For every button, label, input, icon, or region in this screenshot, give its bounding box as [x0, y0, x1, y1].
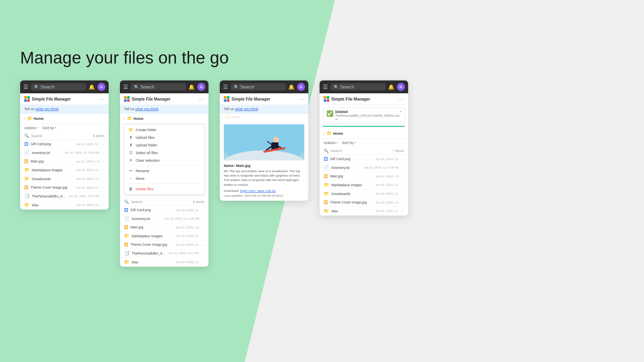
- file-item[interactable]: 📑 ThePersonalMBA_9781... Jun 22, 2024, 3…: [120, 249, 208, 258]
- file-dots[interactable]: ···: [101, 194, 105, 198]
- search-bar-2[interactable]: 🔍 Search: [131, 83, 186, 90]
- file-search-input-4[interactable]: Search: [330, 149, 390, 153]
- ctx-upload-files[interactable]: ⬆ Upload files: [124, 134, 204, 141]
- file-dots[interactable]: ···: [401, 200, 404, 205]
- file-dots[interactable]: ···: [201, 234, 204, 238]
- breadcrumb-slash-1: /: [24, 117, 25, 121]
- breadcrumb-home-4[interactable]: 📁 Home: [326, 131, 343, 136]
- dots-menu-1[interactable]: ···: [99, 96, 105, 102]
- file-item[interactable]: 🖼 Gift Card.png Jun 10, 2024, 11: ···: [20, 140, 109, 148]
- file-dots[interactable]: ···: [101, 142, 105, 146]
- feedback-link-2[interactable]: what you think: [135, 107, 159, 111]
- bell-icon-2[interactable]: 🔔: [188, 84, 195, 90]
- dots-menu-2[interactable]: ···: [198, 96, 204, 102]
- file-dots[interactable]: ···: [401, 165, 404, 170]
- app-logo-3: Simple File Manager: [224, 96, 270, 102]
- file-dots[interactable]: ···: [101, 150, 105, 155]
- file-item[interactable]: 📁 Snowboards Jun 10, 2024, 11: ···: [320, 189, 408, 198]
- file-item[interactable]: 🖼 Theme Cover Image.jpg Jun 10, 2024, 11…: [320, 198, 408, 207]
- file-icon-folder: 📁: [24, 176, 30, 181]
- file-item[interactable]: 📁 Marketplace Images Jun 10, 2024, 11: ·…: [20, 166, 109, 175]
- file-item[interactable]: 🖼 Gift Card.png Jun 10, 2024, 11: ···: [320, 155, 408, 163]
- file-search-input-1[interactable]: Search: [31, 134, 91, 138]
- feedback-link-1[interactable]: what you think: [35, 107, 59, 111]
- file-dots[interactable]: ···: [401, 157, 404, 161]
- file-dots[interactable]: ···: [101, 203, 105, 207]
- actions-arrow-4: ▾: [336, 141, 338, 144]
- file-item[interactable]: 📑 ThePersonalMBA_9781... Jun 22, 2024, 3…: [20, 192, 109, 201]
- avatar-1[interactable]: G: [97, 83, 105, 91]
- menu-icon-2[interactable]: ☰: [123, 84, 128, 90]
- file-dots[interactable]: ···: [401, 209, 404, 213]
- search-bar-4[interactable]: 🔍 Search: [330, 83, 386, 90]
- ctx-move[interactable]: → Move: [124, 175, 204, 182]
- file-dots[interactable]: ···: [401, 183, 404, 187]
- file-item[interactable]: 📁 Wax Jun 10, 2024, 11: ···: [120, 258, 208, 267]
- actions-btn-1[interactable]: Actions ▾: [24, 126, 39, 130]
- svg-point-2: [273, 137, 279, 142]
- feedback-link-3[interactable]: what you think: [235, 107, 258, 111]
- bell-icon-3[interactable]: 🔔: [288, 84, 295, 90]
- search-bar-1[interactable]: 🔍 Search: [31, 83, 86, 90]
- menu-icon-1[interactable]: ☰: [23, 84, 29, 90]
- file-dots[interactable]: ···: [101, 185, 105, 190]
- file-search-icon-4: 🔍: [324, 148, 328, 153]
- file-dots[interactable]: ···: [201, 216, 204, 221]
- file-dots[interactable]: ···: [401, 191, 404, 196]
- sort-btn-4[interactable]: Sort by ▾: [342, 141, 356, 145]
- delete-icon: 🗑: [128, 187, 133, 191]
- ctx-create-folder[interactable]: 📁 Create folder: [124, 126, 204, 134]
- avatar-4[interactable]: G: [397, 83, 405, 91]
- ctx-delete-files[interactable]: 🗑 Delete files: [124, 185, 204, 193]
- dots-menu-3[interactable]: ···: [298, 96, 304, 102]
- file-item[interactable]: 🖼 Main.jpg Jun 21, 2024, 1:3 ···: [120, 223, 208, 232]
- file-dots[interactable]: ···: [101, 159, 105, 164]
- file-item[interactable]: 📄 Inventory.txt Jun 10, 2024, 11: 0.08 K…: [20, 148, 109, 157]
- deleted-info: Deleted ThePersonalMBA_9781101446089_#55…: [335, 110, 401, 121]
- file-dots[interactable]: ···: [201, 260, 204, 264]
- file-item[interactable]: 📄 Inventory.txt Jun 10, 2024, 11: 0.08 K…: [120, 214, 208, 223]
- file-item[interactable]: 🖼 Main.jpg Jun 21, 2024, 1:3 ···: [320, 172, 408, 181]
- dots-menu-4[interactable]: ···: [398, 96, 404, 102]
- avatar-3[interactable]: G: [297, 83, 305, 91]
- file-item[interactable]: 📁 Snowboards Jun 10, 2024, 11: ···: [20, 175, 109, 183]
- search-bar-3[interactable]: 🔍 Search: [231, 83, 286, 90]
- file-search-input-2[interactable]: Search: [131, 200, 191, 204]
- file-dots[interactable]: ···: [201, 208, 204, 212]
- file-item[interactable]: 🖼 Gift Card.png Jun 10, 2024, 11: ···: [120, 206, 208, 214]
- file-icon-jpg: 🖼: [124, 242, 128, 247]
- close-notification-button[interactable]: ×: [400, 109, 402, 114]
- sort-btn-1[interactable]: Sort by ▾: [43, 126, 57, 130]
- menu-icon-3[interactable]: ☰: [223, 84, 228, 90]
- breadcrumb-home-2[interactable]: 📁 Home: [127, 116, 144, 121]
- file-item[interactable]: 📁 Wax Jun 10, 2024, 11: ···: [20, 201, 109, 210]
- breadcrumb-home-1[interactable]: 📁 Home: [27, 116, 44, 121]
- logo-sq: [224, 96, 227, 99]
- avatar-2[interactable]: G: [197, 83, 205, 91]
- file-item[interactable]: 🖼 Main.jpg Jun 21, 2024, 1:3 ···: [20, 157, 109, 166]
- file-dots[interactable]: ···: [101, 168, 105, 172]
- download-link[interactable]: Right Click: Save Link As: [240, 189, 276, 193]
- actions-btn-4[interactable]: Actions ▾: [324, 141, 338, 145]
- ctx-upload-folder[interactable]: ⬆ Upload folder: [124, 141, 204, 149]
- file-dots[interactable]: ···: [201, 243, 204, 247]
- file-item[interactable]: 📁 Marketplace Images Jun 10, 2024, 11: ·…: [120, 232, 208, 241]
- file-dots[interactable]: ···: [401, 174, 404, 179]
- page-title: Manage your files on the go: [20, 48, 229, 68]
- file-dots[interactable]: ···: [201, 251, 204, 255]
- file-item[interactable]: 📄 Inventory.txt Jun 10, 2024, 11: 0.08 K…: [320, 163, 408, 172]
- menu-icon-4[interactable]: ☰: [323, 84, 328, 90]
- ctx-rename[interactable]: ✏ Rename: [124, 167, 204, 175]
- file-item[interactable]: 📁 Wax Jun 10, 2024, 11: ···: [320, 207, 408, 216]
- file-item[interactable]: 🖼 Theme Cover Image.jpg Jun 10, 2024, 11…: [120, 241, 208, 249]
- search-icon-2: 🔍: [134, 85, 139, 89]
- ctx-select-all[interactable]: ☑ Select all files: [124, 149, 204, 156]
- upload-files-icon: ⬆: [128, 135, 133, 140]
- file-dots[interactable]: ···: [201, 225, 204, 230]
- file-dots[interactable]: ···: [101, 177, 105, 181]
- file-item[interactable]: 🖼 Theme Cover Image.jpg Jun 10, 2024, 11…: [20, 183, 109, 192]
- bell-icon-4[interactable]: 🔔: [388, 84, 394, 90]
- bell-icon-1[interactable]: 🔔: [89, 84, 95, 90]
- file-item[interactable]: 📁 Marketplace Images Jun 10, 2024, 11: ·…: [320, 181, 408, 189]
- ctx-clear-selection[interactable]: ✕ Clear selection: [124, 156, 204, 164]
